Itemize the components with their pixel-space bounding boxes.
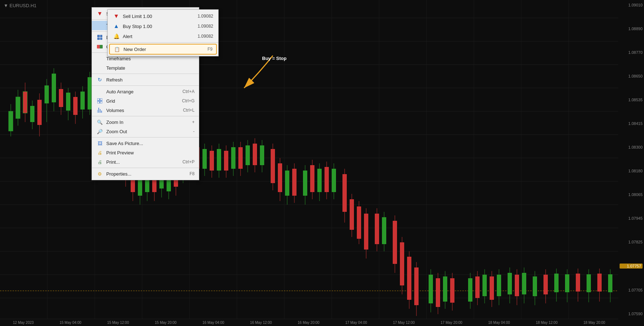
properties-label: Properties... (106, 171, 182, 177)
zoom-in-shortcut: + (192, 120, 195, 125)
time-label: 15 May 20:00 (155, 321, 177, 325)
svg-rect-176 (97, 98, 99, 101)
volumes-icon (96, 107, 103, 113)
svg-rect-45 (73, 97, 78, 115)
svg-rect-87 (224, 151, 228, 171)
time-label: 17 May 20:00 (440, 321, 462, 325)
svg-rect-109 (310, 165, 314, 192)
svg-rect-175 (608, 274, 612, 292)
svg-rect-85 (217, 149, 221, 171)
timeframes-icon (96, 56, 103, 61)
menu-item-refresh[interactable]: ↻ Refresh (92, 75, 199, 84)
menu-item-zoom-in[interactable]: 🔍 Zoom In + (92, 117, 199, 127)
time-label: 18 May 20:00 (583, 321, 605, 325)
submenu-item-alert[interactable]: 🔔 Alert 1.09082 (108, 31, 218, 41)
timeframes-label: Timeframes (106, 56, 195, 61)
svg-rect-31 (23, 92, 27, 113)
svg-rect-145 (468, 278, 472, 302)
menu-item-grid[interactable]: Grid Ctrl+G (92, 96, 199, 106)
grid-shortcut: Ctrl+G (182, 98, 195, 103)
zoom-out-label: Zoom Out (106, 129, 186, 134)
zoom-out-shortcut: - (193, 129, 195, 134)
svg-rect-81 (202, 149, 207, 169)
save-as-picture-label: Save As Picture... (106, 141, 195, 146)
properties-icon: ⚙ (96, 171, 103, 177)
sub-blue-arrow-icon: ▲ (113, 23, 120, 29)
svg-rect-43 (66, 93, 70, 111)
price-label: 1.07825 (620, 240, 643, 244)
sub-buy-stop-label: Buy Stop 1.00 (123, 24, 191, 29)
menu-item-auto-arrange[interactable]: Auto Arrange Ctrl+A (92, 87, 199, 96)
svg-rect-123 (364, 214, 368, 250)
price-label: 1.08535 (620, 98, 643, 102)
zoom-out-icon: 🔎 (96, 129, 103, 134)
svg-rect-99 (271, 149, 275, 183)
separator (92, 74, 199, 74)
template-label: Template (106, 65, 195, 71)
svg-rect-159 (522, 273, 526, 294)
separator (92, 168, 199, 168)
svg-rect-147 (475, 276, 480, 298)
svg-rect-113 (325, 167, 329, 192)
menu-item-print-preview[interactable]: 🖨 Print Preview (92, 148, 199, 157)
trading-icon (96, 23, 103, 28)
price-axis: 1.09010 1.08890 1.08770 1.08650 1.08535 … (618, 0, 644, 319)
refresh-icon: ↻ (96, 77, 103, 83)
time-label: 18 May 12:00 (536, 321, 558, 325)
time-label: 17 May 12:00 (393, 321, 415, 325)
menu-item-print[interactable]: 🖨 Print... Ctrl+P (92, 157, 199, 167)
svg-rect-89 (231, 147, 235, 169)
svg-rect-103 (285, 171, 289, 196)
svg-rect-161 (533, 276, 537, 296)
svg-rect-137 (429, 275, 433, 303)
svg-rect-37 (45, 85, 49, 103)
svg-rect-173 (597, 274, 602, 292)
svg-rect-157 (515, 275, 519, 296)
svg-rect-117 (342, 174, 347, 212)
print-shortcut: Ctrl+P (182, 159, 195, 164)
svg-rect-93 (246, 145, 250, 165)
print-label: Print... (106, 159, 175, 165)
sub-sell-limit-label: Sell Limit 1.00 (123, 14, 191, 19)
svg-rect-135 (414, 267, 419, 305)
svg-rect-91 (238, 147, 243, 169)
price-label: 1.08180 (620, 169, 643, 173)
trading-submenu: ▼ Sell Limit 1.00 1.09082 ▲ Buy Stop 1.0… (107, 9, 219, 56)
grid2-icon (96, 98, 103, 104)
menu-item-save-as-picture[interactable]: 🖼 Save As Picture... (92, 139, 199, 148)
refresh-label: Refresh (106, 77, 195, 83)
svg-rect-155 (508, 273, 512, 294)
menu-item-zoom-out[interactable]: 🔎 Zoom Out - (92, 127, 199, 136)
menu-item-volumes[interactable]: Volumes Ctrl+L (92, 106, 199, 115)
grid-icon (96, 34, 103, 40)
price-label: 1.07945 (620, 216, 643, 220)
time-label: 15 May 04:00 (60, 321, 81, 325)
menu-item-template[interactable]: Template (92, 63, 199, 73)
svg-rect-33 (30, 106, 34, 122)
separator (108, 42, 218, 43)
price-label: 1.08065 (620, 192, 643, 197)
sub-red-arrow-icon: ▼ (113, 13, 120, 19)
svg-rect-101 (278, 163, 282, 192)
menu-item-properties[interactable]: ⚙ Properties... F8 (92, 169, 199, 178)
svg-rect-107 (303, 171, 307, 196)
svg-rect-39 (52, 74, 56, 102)
svg-rect-35 (37, 100, 42, 125)
svg-rect-105 (292, 169, 297, 196)
time-label: 15 May 12:00 (107, 321, 129, 325)
svg-rect-151 (490, 276, 494, 300)
submenu-item-new-order[interactable]: 📋 New Order F9 (109, 44, 217, 55)
sub-new-order-icon: 📋 (113, 46, 121, 52)
submenu-item-sell-limit[interactable]: ▼ Sell Limit 1.00 1.09082 (108, 11, 218, 21)
submenu-item-buy-stop[interactable]: ▲ Buy Stop 1.00 1.09082 (108, 21, 218, 31)
print-preview-label: Print Preview (106, 150, 195, 155)
svg-rect-97 (260, 145, 264, 165)
sub-buy-stop-value: 1.09082 (198, 24, 213, 29)
price-label: 1.07590 (620, 312, 643, 316)
svg-rect-115 (332, 169, 336, 192)
red-down-arrow-icon: ▼ (96, 11, 103, 17)
volumes-label: Volumes (106, 108, 176, 113)
price-label: 1.08890 (620, 27, 643, 31)
volumes-shortcut: Ctrl+L (183, 108, 195, 113)
svg-rect-47 (80, 92, 85, 110)
